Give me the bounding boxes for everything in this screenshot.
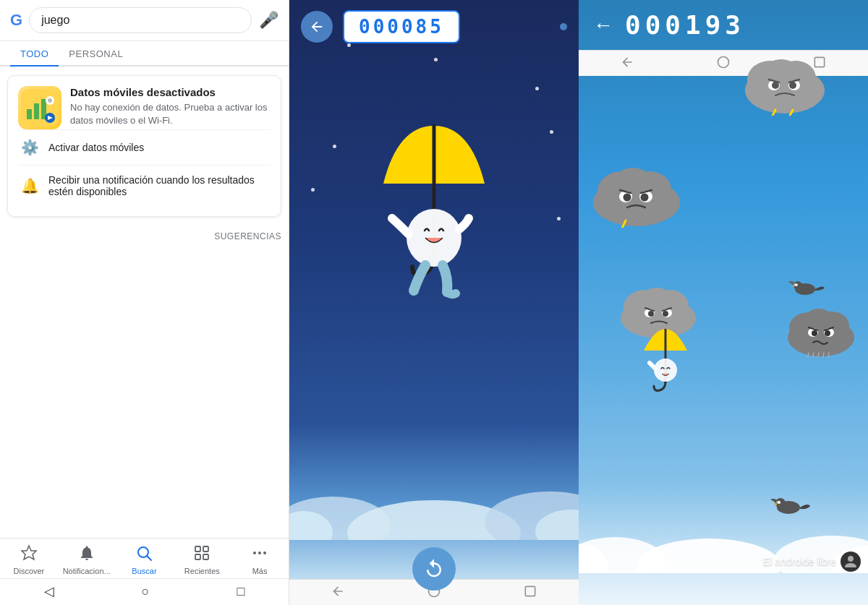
umbrella-group [362,111,506,317]
tabs-bar: TODO PERSONAL [0,41,289,66]
svg-point-5 [48,98,52,103]
svg-point-53 [663,311,668,317]
svg-point-77 [793,283,798,286]
home-btn-right-nav[interactable] [716,55,731,72]
svg-line-73 [650,363,655,369]
svg-point-62 [812,330,817,336]
bird-1 [785,275,825,303]
card-desc: No hay conexión de datos. Prueba a activ… [70,101,271,127]
mic-icon[interactable]: 🎤 [259,11,278,30]
recents-btn-left[interactable]: □ [237,584,245,599]
left-panel: G 🎤 TODO PERSONAL [0,0,289,605]
svg-point-16 [258,552,261,554]
svg-rect-25 [526,586,535,596]
back-arrow-right[interactable]: ← [593,14,613,37]
nav-recents[interactable]: Recientes [173,544,231,575]
menu-item-data-label: Activar datos móviles [48,142,144,153]
menu-item-notify[interactable]: 🔔 Recibir una notificación cuando los re… [18,165,271,206]
watermark-icon [841,552,861,572]
google-logo: G [10,11,22,30]
nav-notifications[interactable]: Notificacion... [58,544,116,575]
card-icon-inner [18,86,61,129]
notifications-icon [78,544,95,565]
svg-point-42 [624,194,631,202]
right-panel: ← 000193 [579,0,868,605]
nav-search[interactable]: Buscar [116,544,174,575]
card-title: Datos móviles desactivados [70,86,271,98]
character-svg [362,111,506,314]
svg-point-63 [825,330,830,336]
middle-panel: 000085 [289,0,579,605]
svg-rect-11 [195,546,200,552]
svg-rect-12 [203,546,208,552]
nav-more-label: Más [252,567,268,575]
card-text: Datos móviles desactivados No hay conexi… [70,86,271,127]
svg-point-52 [648,311,654,317]
bottom-clouds [289,468,579,543]
menu-item-notify-label: Recibir una notificación cuando los resu… [48,174,268,197]
svg-point-87 [848,556,854,562]
cloud-enemy-2 [586,159,687,231]
bottom-clouds-svg [289,468,579,540]
menu-item-data[interactable]: ⚙️ Activar datos móviles [18,129,271,165]
search-icon [135,544,153,565]
svg-line-10 [148,557,152,561]
small-char-svg [637,325,694,398]
svg-rect-1 [27,109,32,119]
nav-discover[interactable]: Discover [0,544,58,575]
svg-point-17 [263,552,266,554]
replay-button[interactable] [412,547,456,591]
bottom-nav: Discover Notificacion... Buscar Reciente… [0,538,289,578]
back-btn-right-nav[interactable] [620,55,634,72]
cloud-enemy-2-svg [586,159,687,228]
score-display-middle: 000085 [343,10,460,43]
phone-nav-left: ◁ ○ □ [0,578,289,605]
info-card: Datos móviles desactivados No hay conexi… [7,75,281,217]
search-bar: G 🎤 [0,0,289,41]
cloud-enemy-4 [781,304,861,361]
discover-icon [20,544,38,565]
cloud-enemy-4-svg [781,304,861,358]
svg-rect-2 [34,103,39,119]
nav-discover-label: Discover [14,567,45,575]
small-character [637,325,694,400]
tab-todo[interactable]: TODO [10,41,59,66]
svg-point-83 [637,539,781,573]
svg-rect-13 [195,554,200,559]
nav-search-label: Buscar [132,567,156,575]
back-btn-middle-nav[interactable] [331,584,345,601]
more-icon [251,544,268,565]
recents-btn-right-nav[interactable] [812,55,827,72]
game-header-right: ← 000193 [579,0,868,50]
svg-point-43 [641,194,649,202]
watermark-text: El androide libre [763,556,836,567]
score-display-right: 000193 [625,10,745,40]
score-dot [560,23,567,30]
nav-more[interactable]: Más [231,544,289,575]
back-button-middle[interactable] [301,11,333,43]
svg-rect-14 [203,554,208,559]
nav-recents-label: Recientes [184,567,220,575]
bell-icon: 🔔 [21,177,38,194]
search-input[interactable] [29,7,252,33]
card-icon [18,86,61,129]
svg-point-88 [718,56,728,67]
back-btn-left[interactable]: ◁ [44,583,54,599]
settings-icon: ⚙️ [21,139,38,156]
svg-point-15 [253,552,256,554]
game-content-middle [289,53,579,579]
tab-personal[interactable]: PERSONAL [59,41,133,66]
card-header: Datos móviles desactivados No hay conexi… [18,86,271,129]
svg-point-72 [654,359,677,382]
recents-btn-middle-nav[interactable] [523,584,537,601]
svg-rect-89 [815,57,825,66]
nav-notifications-label: Notificacion... [63,567,111,575]
recents-icon [193,544,210,565]
home-btn-left[interactable]: ○ [142,584,150,599]
bird-1-svg [785,275,825,300]
svg-marker-8 [22,546,36,559]
card-icon-svg [21,89,59,126]
svg-point-81 [776,501,780,504]
watermark: El androide libre [763,552,861,572]
game-header-middle: 000085 [289,0,579,53]
